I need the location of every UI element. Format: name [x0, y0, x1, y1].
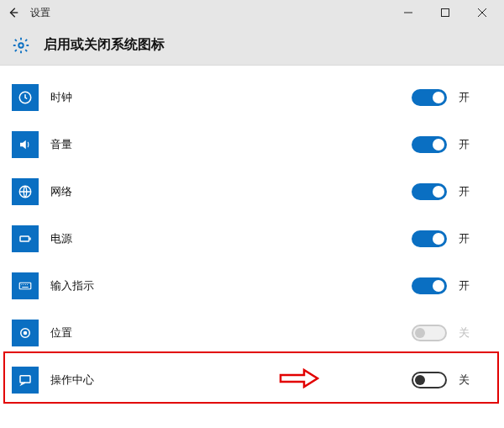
row-network: 网络 开 — [12, 168, 492, 215]
row-label: 位置 — [50, 325, 72, 341]
toggle-state-text: 开 — [459, 231, 492, 246]
close-icon — [478, 8, 486, 17]
toggle-location — [412, 325, 447, 341]
page-title: 启用或关闭系统图标 — [44, 36, 165, 54]
toggle-state-text: 开 — [459, 137, 492, 152]
row-input: 输入指示 开 — [12, 262, 492, 309]
maximize-icon — [441, 8, 449, 17]
maximize-button[interactable] — [427, 0, 464, 25]
gear-icon — [12, 36, 30, 55]
close-button[interactable] — [464, 0, 501, 25]
toggle-volume[interactable] — [412, 136, 447, 153]
row-label: 网络 — [50, 184, 72, 199]
row-label: 音量 — [50, 137, 72, 152]
action-center-icon — [12, 367, 39, 394]
toggle-network[interactable] — [412, 183, 447, 200]
volume-icon — [12, 131, 39, 158]
toggle-input[interactable] — [412, 277, 447, 294]
toggle-action-center[interactable] — [412, 372, 447, 388]
power-icon — [12, 225, 39, 252]
row-label: 操作中心 — [50, 373, 94, 388]
toggle-power[interactable] — [412, 230, 447, 247]
svg-rect-8 — [20, 376, 30, 383]
minimize-button[interactable] — [390, 0, 427, 25]
svg-point-1 — [18, 43, 24, 48]
row-volume: 音量 开 — [12, 121, 492, 168]
keyboard-icon — [12, 272, 39, 299]
row-location: 位置 关 — [12, 309, 492, 357]
title-bar: 设置 — [0, 0, 504, 25]
minimize-icon — [404, 8, 412, 17]
row-action-center: 操作中心 关 — [12, 357, 492, 404]
toggle-clock[interactable] — [412, 89, 447, 106]
location-icon — [12, 320, 39, 346]
row-label: 输入指示 — [50, 278, 94, 293]
toggle-state-text: 开 — [459, 278, 492, 293]
row-power: 电源 开 — [12, 215, 492, 262]
page-header: 启用或关闭系统图标 — [0, 25, 504, 66]
toggle-state-text: 开 — [459, 90, 492, 105]
network-icon — [12, 178, 39, 205]
row-label: 时钟 — [50, 90, 72, 105]
arrow-left-icon — [8, 7, 19, 18]
toggle-state-text: 关 — [459, 373, 492, 388]
svg-rect-4 — [20, 236, 29, 241]
row-clock: 时钟 开 — [12, 74, 492, 121]
svg-rect-5 — [19, 283, 31, 289]
settings-list: 时钟 开 音量 开 网络 开 电源 开 输入指示 — [0, 66, 504, 404]
clock-icon — [12, 84, 39, 111]
toggle-state-text: 开 — [459, 184, 492, 199]
back-button[interactable] — [3, 3, 24, 23]
row-label: 电源 — [50, 231, 72, 246]
toggle-state-text: 关 — [459, 325, 492, 341]
svg-point-7 — [24, 332, 27, 335]
window-title: 设置 — [30, 6, 50, 20]
svg-rect-0 — [442, 9, 449, 17]
